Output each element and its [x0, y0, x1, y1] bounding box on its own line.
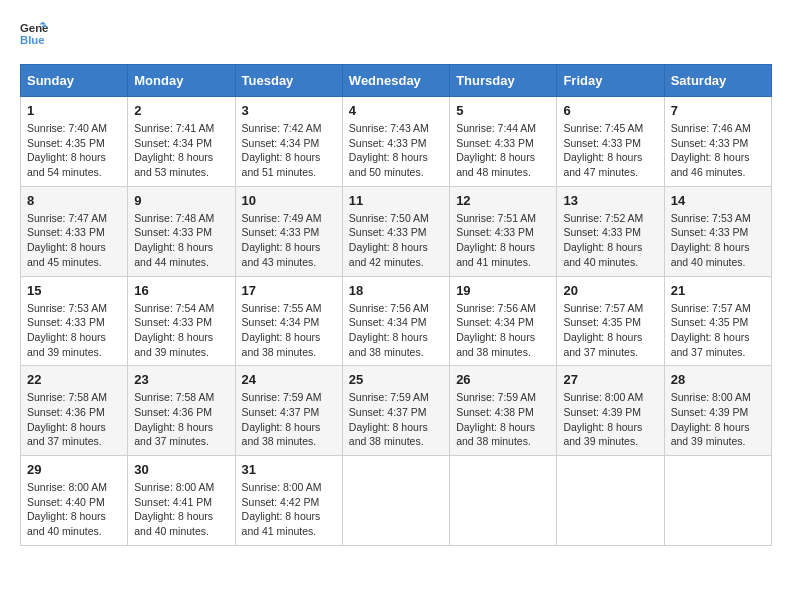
- day-number: 4: [349, 103, 443, 118]
- day-info: Sunrise: 7:44 AMSunset: 4:33 PMDaylight:…: [456, 122, 536, 178]
- calendar-cell: 14 Sunrise: 7:53 AMSunset: 4:33 PMDaylig…: [664, 186, 771, 276]
- day-info: Sunrise: 7:41 AMSunset: 4:34 PMDaylight:…: [134, 122, 214, 178]
- day-info: Sunrise: 8:00 AMSunset: 4:41 PMDaylight:…: [134, 481, 214, 537]
- day-number: 10: [242, 193, 336, 208]
- day-header-friday: Friday: [557, 65, 664, 97]
- day-info: Sunrise: 7:57 AMSunset: 4:35 PMDaylight:…: [671, 302, 751, 358]
- calendar-cell: [664, 456, 771, 546]
- calendar-cell: 28 Sunrise: 8:00 AMSunset: 4:39 PMDaylig…: [664, 366, 771, 456]
- day-info: Sunrise: 7:42 AMSunset: 4:34 PMDaylight:…: [242, 122, 322, 178]
- day-number: 18: [349, 283, 443, 298]
- calendar-cell: 10 Sunrise: 7:49 AMSunset: 4:33 PMDaylig…: [235, 186, 342, 276]
- calendar-cell: [450, 456, 557, 546]
- calendar-cell: 3 Sunrise: 7:42 AMSunset: 4:34 PMDayligh…: [235, 97, 342, 187]
- day-number: 27: [563, 372, 657, 387]
- day-number: 2: [134, 103, 228, 118]
- calendar-cell: [557, 456, 664, 546]
- day-number: 29: [27, 462, 121, 477]
- day-info: Sunrise: 7:50 AMSunset: 4:33 PMDaylight:…: [349, 212, 429, 268]
- calendar-cell: 31 Sunrise: 8:00 AMSunset: 4:42 PMDaylig…: [235, 456, 342, 546]
- calendar-cell: 16 Sunrise: 7:54 AMSunset: 4:33 PMDaylig…: [128, 276, 235, 366]
- day-info: Sunrise: 8:00 AMSunset: 4:39 PMDaylight:…: [563, 391, 643, 447]
- day-info: Sunrise: 8:00 AMSunset: 4:39 PMDaylight:…: [671, 391, 751, 447]
- calendar-cell: [342, 456, 449, 546]
- day-info: Sunrise: 7:56 AMSunset: 4:34 PMDaylight:…: [456, 302, 536, 358]
- day-number: 17: [242, 283, 336, 298]
- calendar-cell: 25 Sunrise: 7:59 AMSunset: 4:37 PMDaylig…: [342, 366, 449, 456]
- day-number: 9: [134, 193, 228, 208]
- day-header-saturday: Saturday: [664, 65, 771, 97]
- day-header-tuesday: Tuesday: [235, 65, 342, 97]
- day-info: Sunrise: 8:00 AMSunset: 4:42 PMDaylight:…: [242, 481, 322, 537]
- calendar-cell: 8 Sunrise: 7:47 AMSunset: 4:33 PMDayligh…: [21, 186, 128, 276]
- day-number: 30: [134, 462, 228, 477]
- calendar-cell: 13 Sunrise: 7:52 AMSunset: 4:33 PMDaylig…: [557, 186, 664, 276]
- calendar-cell: 1 Sunrise: 7:40 AMSunset: 4:35 PMDayligh…: [21, 97, 128, 187]
- day-number: 28: [671, 372, 765, 387]
- calendar-cell: 22 Sunrise: 7:58 AMSunset: 4:36 PMDaylig…: [21, 366, 128, 456]
- day-number: 21: [671, 283, 765, 298]
- day-info: Sunrise: 7:52 AMSunset: 4:33 PMDaylight:…: [563, 212, 643, 268]
- day-header-monday: Monday: [128, 65, 235, 97]
- day-number: 22: [27, 372, 121, 387]
- day-info: Sunrise: 7:47 AMSunset: 4:33 PMDaylight:…: [27, 212, 107, 268]
- calendar-cell: 9 Sunrise: 7:48 AMSunset: 4:33 PMDayligh…: [128, 186, 235, 276]
- day-number: 5: [456, 103, 550, 118]
- day-info: Sunrise: 7:43 AMSunset: 4:33 PMDaylight:…: [349, 122, 429, 178]
- logo: General Blue: [20, 20, 52, 48]
- day-info: Sunrise: 7:58 AMSunset: 4:36 PMDaylight:…: [27, 391, 107, 447]
- calendar-cell: 26 Sunrise: 7:59 AMSunset: 4:38 PMDaylig…: [450, 366, 557, 456]
- day-info: Sunrise: 7:51 AMSunset: 4:33 PMDaylight:…: [456, 212, 536, 268]
- day-info: Sunrise: 7:49 AMSunset: 4:33 PMDaylight:…: [242, 212, 322, 268]
- day-info: Sunrise: 7:55 AMSunset: 4:34 PMDaylight:…: [242, 302, 322, 358]
- calendar-cell: 20 Sunrise: 7:57 AMSunset: 4:35 PMDaylig…: [557, 276, 664, 366]
- calendar-cell: 18 Sunrise: 7:56 AMSunset: 4:34 PMDaylig…: [342, 276, 449, 366]
- day-info: Sunrise: 7:59 AMSunset: 4:38 PMDaylight:…: [456, 391, 536, 447]
- day-header-sunday: Sunday: [21, 65, 128, 97]
- calendar-cell: 7 Sunrise: 7:46 AMSunset: 4:33 PMDayligh…: [664, 97, 771, 187]
- page-header: General Blue: [20, 20, 772, 48]
- day-number: 8: [27, 193, 121, 208]
- day-number: 12: [456, 193, 550, 208]
- svg-text:Blue: Blue: [20, 34, 45, 46]
- day-number: 16: [134, 283, 228, 298]
- day-info: Sunrise: 7:45 AMSunset: 4:33 PMDaylight:…: [563, 122, 643, 178]
- calendar-cell: 24 Sunrise: 7:59 AMSunset: 4:37 PMDaylig…: [235, 366, 342, 456]
- day-info: Sunrise: 7:59 AMSunset: 4:37 PMDaylight:…: [349, 391, 429, 447]
- day-number: 23: [134, 372, 228, 387]
- calendar-cell: 27 Sunrise: 8:00 AMSunset: 4:39 PMDaylig…: [557, 366, 664, 456]
- day-header-wednesday: Wednesday: [342, 65, 449, 97]
- day-info: Sunrise: 7:59 AMSunset: 4:37 PMDaylight:…: [242, 391, 322, 447]
- day-number: 14: [671, 193, 765, 208]
- calendar-cell: 4 Sunrise: 7:43 AMSunset: 4:33 PMDayligh…: [342, 97, 449, 187]
- calendar-table: SundayMondayTuesdayWednesdayThursdayFrid…: [20, 64, 772, 546]
- day-info: Sunrise: 7:48 AMSunset: 4:33 PMDaylight:…: [134, 212, 214, 268]
- calendar-cell: 2 Sunrise: 7:41 AMSunset: 4:34 PMDayligh…: [128, 97, 235, 187]
- day-number: 6: [563, 103, 657, 118]
- day-number: 15: [27, 283, 121, 298]
- day-info: Sunrise: 7:46 AMSunset: 4:33 PMDaylight:…: [671, 122, 751, 178]
- day-header-thursday: Thursday: [450, 65, 557, 97]
- calendar-cell: 17 Sunrise: 7:55 AMSunset: 4:34 PMDaylig…: [235, 276, 342, 366]
- day-info: Sunrise: 7:54 AMSunset: 4:33 PMDaylight:…: [134, 302, 214, 358]
- calendar-cell: 6 Sunrise: 7:45 AMSunset: 4:33 PMDayligh…: [557, 97, 664, 187]
- day-info: Sunrise: 7:40 AMSunset: 4:35 PMDaylight:…: [27, 122, 107, 178]
- day-info: Sunrise: 7:57 AMSunset: 4:35 PMDaylight:…: [563, 302, 643, 358]
- day-number: 3: [242, 103, 336, 118]
- day-info: Sunrise: 7:56 AMSunset: 4:34 PMDaylight:…: [349, 302, 429, 358]
- calendar-cell: 23 Sunrise: 7:58 AMSunset: 4:36 PMDaylig…: [128, 366, 235, 456]
- calendar-cell: 11 Sunrise: 7:50 AMSunset: 4:33 PMDaylig…: [342, 186, 449, 276]
- day-number: 25: [349, 372, 443, 387]
- calendar-cell: 29 Sunrise: 8:00 AMSunset: 4:40 PMDaylig…: [21, 456, 128, 546]
- calendar-cell: 15 Sunrise: 7:53 AMSunset: 4:33 PMDaylig…: [21, 276, 128, 366]
- day-number: 19: [456, 283, 550, 298]
- day-info: Sunrise: 7:58 AMSunset: 4:36 PMDaylight:…: [134, 391, 214, 447]
- logo-icon: General Blue: [20, 20, 48, 48]
- calendar-cell: 12 Sunrise: 7:51 AMSunset: 4:33 PMDaylig…: [450, 186, 557, 276]
- day-number: 7: [671, 103, 765, 118]
- day-info: Sunrise: 8:00 AMSunset: 4:40 PMDaylight:…: [27, 481, 107, 537]
- day-number: 31: [242, 462, 336, 477]
- day-info: Sunrise: 7:53 AMSunset: 4:33 PMDaylight:…: [671, 212, 751, 268]
- calendar-cell: 5 Sunrise: 7:44 AMSunset: 4:33 PMDayligh…: [450, 97, 557, 187]
- calendar-cell: 21 Sunrise: 7:57 AMSunset: 4:35 PMDaylig…: [664, 276, 771, 366]
